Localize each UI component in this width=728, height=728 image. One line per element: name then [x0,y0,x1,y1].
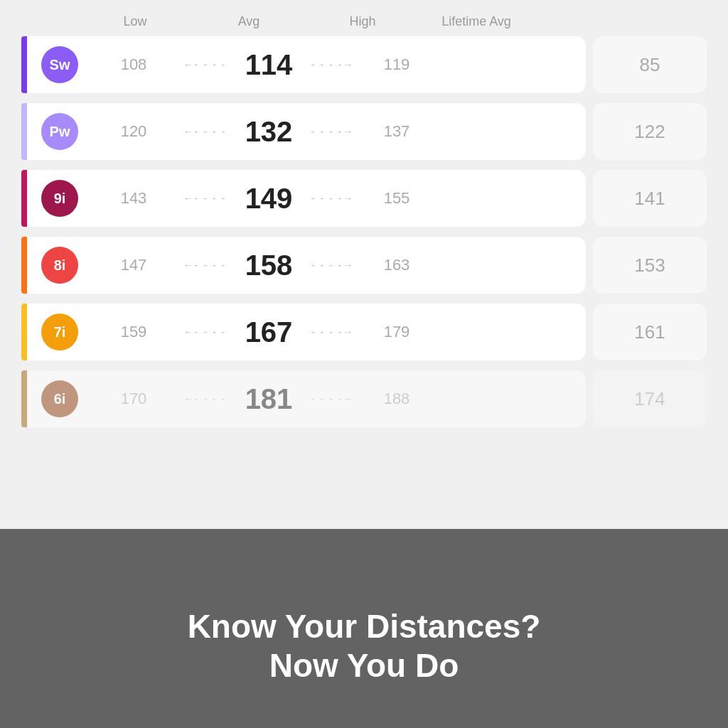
stat-lifetime-9i: 141 [634,188,665,210]
arrow-left-6i: ←- - - - [176,393,233,405]
stat-high-sw: 119 [361,55,432,74]
main-card-9i: 9i 143 ←- - - - 149 - - - -→ 155 [27,170,586,227]
header-avg: Avg [192,14,306,29]
main-card-pw: Pw 120 ←- - - - 132 - - - -→ 137 [27,103,586,160]
left-bar-9i [21,170,27,227]
stat-low-pw: 120 [91,122,176,141]
overlay-line2: Now You Do [269,647,459,684]
lifetime-card-9i: 141 [593,170,707,227]
header-lifetime: Lifetime Avg [419,14,533,29]
stat-low-6i: 170 [91,390,176,408]
stat-avg-9i: 149 [233,183,304,215]
stat-lifetime-6i: 174 [634,388,665,410]
avatar-pw: Pw [41,113,78,150]
stat-avg-7i: 167 [233,316,304,348]
lifetime-card-6i: 174 [593,370,707,427]
avatar-9i: 9i [41,180,78,217]
left-bar-8i [21,237,27,294]
overlay: Know Your Distances? Now You Do [0,529,728,728]
lifetime-card-pw: 122 [593,103,707,160]
arrow-right-sw: - - - -→ [304,59,361,70]
stat-lifetime-sw: 85 [640,54,660,76]
header-low: Low [78,14,192,29]
lifetime-card-8i: 153 [593,237,707,294]
stat-avg-pw: 132 [233,116,304,148]
stat-low-9i: 143 [91,189,176,208]
club-row-6i: 6i 170 ←- - - - 181 - - - -→ 188 174 [21,370,707,427]
arrow-left-7i: ←- - - - [176,326,233,338]
main-card-8i: 8i 147 ←- - - - 158 - - - -→ 163 [27,237,586,294]
arrow-right-9i: - - - -→ [304,193,361,204]
stat-high-6i: 188 [361,390,432,408]
avatar-sw: Sw [41,46,78,83]
lifetime-card-sw: 85 [593,36,707,93]
stat-avg-sw: 114 [233,49,304,81]
arrow-left-8i: ←- - - - [176,259,233,271]
left-bar-7i [21,304,27,360]
stat-high-8i: 163 [361,256,432,274]
avatar-8i: 8i [41,247,78,284]
left-bar-sw [21,36,27,93]
header-row: Low Avg High Lifetime Avg [78,14,707,36]
stat-high-7i: 179 [361,323,432,341]
left-bar-6i [21,370,27,427]
arrow-left-sw: ←- - - - [176,59,233,70]
overlay-line1: Know Your Distances? [188,608,541,645]
club-row-9i: 9i 143 ←- - - - 149 - - - -→ 155 141 [21,170,707,227]
stat-lifetime-7i: 161 [634,321,665,343]
overlay-text: Know Your Distances? Now You Do [188,607,541,685]
club-row-pw: Pw 120 ←- - - - 132 - - - -→ 137 122 [21,103,707,160]
arrow-left-pw: ←- - - - [176,126,233,137]
main-card-6i: 6i 170 ←- - - - 181 - - - -→ 188 [27,370,586,427]
stat-low-sw: 108 [91,55,176,74]
avatar-6i: 6i [41,380,78,417]
stat-lifetime-8i: 153 [634,255,665,277]
main-card-sw: Sw 108 ←- - - - 114 - - - -→ 119 [27,36,586,93]
lifetime-card-7i: 161 [593,304,707,360]
arrow-right-8i: - - - -→ [304,259,361,271]
stat-high-pw: 137 [361,122,432,141]
club-row-8i: 8i 147 ←- - - - 158 - - - -→ 163 153 [21,237,707,294]
stat-high-9i: 155 [361,189,432,208]
arrow-right-7i: - - - -→ [304,326,361,338]
stat-low-8i: 147 [91,256,176,274]
arrow-left-9i: ←- - - - [176,193,233,204]
header-high: High [306,14,419,29]
main-card-7i: 7i 159 ←- - - - 167 - - - -→ 179 [27,304,586,360]
club-row-7i: 7i 159 ←- - - - 167 - - - -→ 179 161 [21,304,707,360]
left-bar-pw [21,103,27,160]
stat-low-7i: 159 [91,323,176,341]
stat-avg-6i: 181 [233,383,304,415]
stat-avg-8i: 158 [233,250,304,282]
club-rows: Sw 108 ←- - - - 114 - - - -→ 119 85 Pw 1… [21,36,707,437]
avatar-7i: 7i [41,314,78,350]
stat-lifetime-pw: 122 [634,121,665,143]
arrow-right-pw: - - - -→ [304,126,361,137]
arrow-right-6i: - - - -→ [304,393,361,405]
club-row-sw: Sw 108 ←- - - - 114 - - - -→ 119 85 [21,36,707,93]
